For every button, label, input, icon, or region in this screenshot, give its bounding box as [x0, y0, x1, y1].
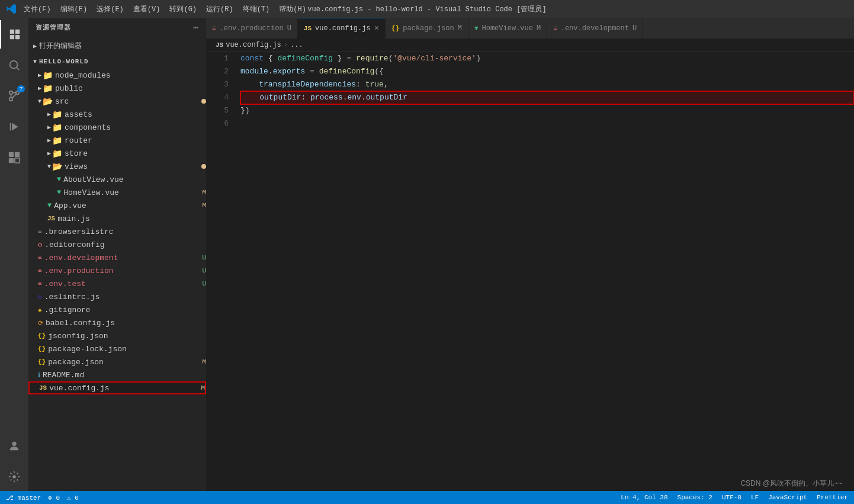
tree-item-eslintrc[interactable]: ⊕ .eslintrc.js [28, 290, 206, 303]
status-branch[interactable]: ⎇ master [6, 494, 41, 502]
source-control-activity-icon[interactable]: 7 [0, 82, 28, 110]
status-errors[interactable]: ⊗ 0 [48, 494, 60, 502]
tree-label-env-production: .env.production [44, 267, 200, 275]
op-equals: = [305, 65, 319, 78]
explorer-activity-icon[interactable] [0, 20, 28, 49]
tab-vue-config[interactable]: JS vue.config.js × [298, 18, 386, 38]
tree-item-main[interactable]: JS main.js [28, 212, 206, 225]
menu-goto[interactable]: 转到(G) [169, 4, 197, 14]
status-spaces[interactable]: Spaces: 2 [678, 494, 712, 501]
tree-item-AboutView[interactable]: ▼ AboutView.vue [28, 173, 206, 186]
tree-item-readme[interactable]: ℹ README.md [28, 368, 206, 381]
sidebar-header-icons[interactable]: ⋯ [194, 23, 199, 33]
svg-point-8 [9, 98, 13, 101]
svg-marker-9 [12, 123, 18, 131]
tree-item-package-lock[interactable]: {} package-lock.json [28, 342, 206, 355]
env-icon-test: ≡ [38, 280, 42, 287]
tree-item-node_modules[interactable]: ▶ 📁 node_modules [28, 69, 206, 82]
menu-select[interactable]: 选择(E) [97, 4, 124, 14]
tree-label-App: App.vue [54, 201, 200, 210]
tab-label-env-development: .env.development [561, 24, 629, 33]
tree-item-App[interactable]: ▼ App.vue M [28, 199, 206, 212]
tab-env-production[interactable]: ≡ .env.production U [206, 18, 298, 38]
svg-rect-11 [9, 152, 14, 157]
project-header[interactable]: ▼ HELLO-WORLD [28, 57, 206, 66]
tree-item-browserslistrc[interactable]: ≡ .browserslistrc [28, 225, 206, 238]
svg-rect-2 [10, 35, 14, 39]
tab-package-json[interactable]: {} package.json M [386, 18, 468, 38]
account-activity-icon[interactable] [0, 432, 28, 460]
menu-terminal[interactable]: 终端(T) [243, 4, 270, 14]
tree-item-views[interactable]: ▼ 📂 views [28, 160, 206, 173]
tree-item-store[interactable]: ▶ 📁 store [28, 147, 206, 160]
code-line-2: module . exports = defineConfig ({ [240, 65, 854, 78]
tree-item-assets[interactable]: ▶ 📁 assets [28, 108, 206, 121]
tree-item-public[interactable]: ▶ 📁 public [28, 82, 206, 95]
env-test-badge: U [202, 280, 206, 287]
tree-label-store: store [65, 149, 206, 158]
menu-view[interactable]: 查看(V) [133, 4, 160, 14]
code-editor[interactable]: 1 2 3 4 5 6 const { defineConfig } = req… [206, 52, 854, 491]
tree-item-components[interactable]: ▶ 📁 components [28, 121, 206, 134]
status-bar-left: ⎇ master ⊗ 0 ⚠ 0 [6, 494, 79, 502]
run-activity-icon[interactable] [0, 113, 28, 141]
source-control-badge: 7 [17, 85, 25, 92]
env-icon-production: ≡ [38, 267, 42, 274]
tree-item-env-test[interactable]: ≡ .env.test U [28, 277, 206, 290]
search-activity-icon[interactable] [0, 51, 28, 79]
tree-item-HomeView[interactable]: ▼ HomeView.vue M [28, 186, 206, 199]
env-icon-development: ≡ [38, 254, 42, 261]
svg-rect-3 [15, 35, 20, 39]
open-editors-header[interactable]: ▶ 打开的编辑器 [28, 40, 206, 52]
breadcrumb: JS vue.config.js › ... [206, 38, 854, 52]
status-language[interactable]: JavaScript [768, 494, 807, 501]
tab-label-vue-config: vue.config.js [315, 24, 371, 33]
tab-close-vue-config[interactable]: × [374, 24, 379, 33]
svg-point-4 [10, 61, 18, 69]
tree-item-vue-config[interactable]: JS vue.config.js M [28, 381, 206, 394]
tree-label-readme: README.md [43, 371, 206, 380]
status-warnings[interactable]: ⚠ 0 [67, 494, 79, 502]
tab-env-development[interactable]: ≡ .env.development U [547, 18, 643, 38]
file-tree: ▶ 📁 node_modules ▶ 📁 public ▼ 📂 src [28, 69, 206, 491]
folder-icon-node_modules: 📁 [43, 70, 53, 81]
new-file-icon[interactable]: ⋯ [194, 23, 199, 33]
tree-item-src[interactable]: ▼ 📂 src [28, 95, 206, 108]
main-layout: 7 资源管理器 ⋯ ▶ 打开的编辑器 [0, 18, 854, 491]
status-encoding[interactable]: UTF-8 [722, 494, 741, 501]
vue-icon-App: ▼ [47, 201, 52, 210]
tree-item-editorconfig[interactable]: ⚙ .editorconfig [28, 238, 206, 251]
code-content[interactable]: const { defineConfig } = require ( '@vue… [236, 52, 854, 491]
status-eol[interactable]: LF [751, 494, 759, 501]
activity-bar: 7 [0, 18, 28, 491]
env-production-tab-badge: U [287, 24, 291, 33]
menu-file[interactable]: 文件(F) [24, 4, 51, 14]
tree-item-router[interactable]: ▶ 📁 router [28, 134, 206, 147]
json-tab-icon: {} [391, 25, 399, 32]
menu-help[interactable]: 帮助(H) [279, 4, 306, 14]
svg-rect-1 [15, 30, 20, 34]
tree-item-package-json[interactable]: {} package.json M [28, 355, 206, 368]
tree-item-gitignore[interactable]: ◈ .gitignore [28, 303, 206, 316]
tree-item-jsconfig[interactable]: {} jsconfig.json [28, 329, 206, 342]
settings-activity-icon[interactable] [0, 463, 28, 491]
tree-label-router: router [65, 136, 206, 145]
titlebar-menu[interactable]: 文件(F) 编辑(E) 选择(E) 查看(V) 转到(G) 运行(R) 终端(T… [24, 4, 306, 14]
status-cursor[interactable]: Ln 4, Col 38 [621, 494, 667, 501]
folder-icon-router: 📁 [52, 136, 62, 146]
breadcrumb-js-icon: JS [216, 41, 223, 49]
menu-edit[interactable]: 编辑(E) [60, 4, 88, 14]
tree-item-env-development[interactable]: ≡ .env.development U [28, 251, 206, 264]
tree-item-env-production[interactable]: ≡ .env.production U [28, 264, 206, 277]
env-tab-icon: ≡ [212, 25, 216, 32]
menu-run[interactable]: 运行(R) [206, 4, 233, 14]
tree-label-vue-config: vue.config.js [49, 384, 198, 393]
tree-label-components: components [65, 123, 206, 132]
tab-homeview[interactable]: ▼ HomeView.vue M [468, 18, 547, 38]
prop-exports: exports [273, 65, 306, 78]
tab-bar: ≡ .env.production U JS vue.config.js × {… [206, 18, 854, 38]
str-service: '@vue/cli-service' [393, 52, 476, 65]
tree-item-babel[interactable]: ⟳ babel.config.js [28, 316, 206, 329]
extensions-activity-icon[interactable] [0, 143, 28, 172]
status-formatter[interactable]: Prettier [817, 494, 848, 501]
